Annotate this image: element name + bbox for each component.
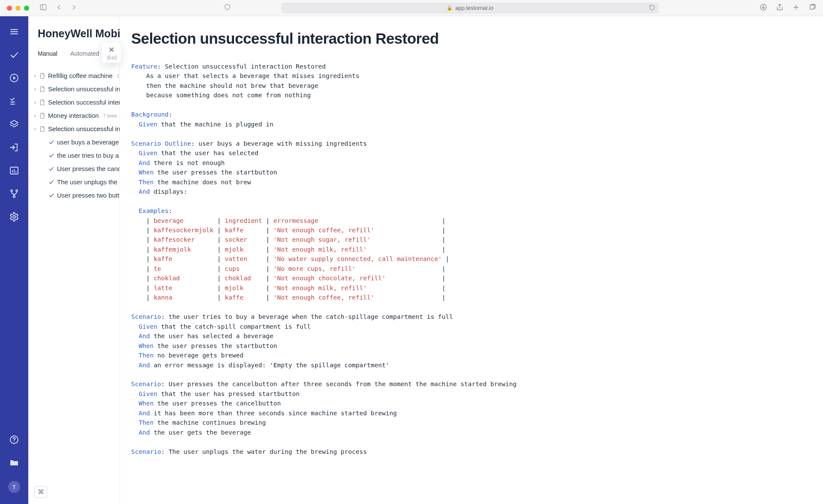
chevron-down-icon: › xyxy=(32,128,38,130)
main-content: Selection unsuccessful interaction Resto… xyxy=(120,16,823,504)
nav-branch-icon[interactable] xyxy=(9,189,19,199)
svg-marker-15 xyxy=(10,120,18,125)
download-icon[interactable] xyxy=(760,3,767,13)
chevron-right-icon: › xyxy=(34,86,36,92)
window-close-button[interactable] xyxy=(7,6,12,11)
tree-folder-label: Selection unsuccessful int xyxy=(48,125,120,132)
file-icon xyxy=(39,126,45,132)
chevron-right-icon: › xyxy=(34,73,36,79)
keyboard-shortcut-button[interactable]: ⌘ xyxy=(34,486,47,498)
sidebar: HoneyWell Mobile Manual Automated › Refi… xyxy=(28,16,120,504)
back-button[interactable] xyxy=(55,3,63,13)
nav-tests-icon[interactable] xyxy=(9,50,19,60)
chevron-right-icon: › xyxy=(34,113,36,119)
nav-layers-icon[interactable] xyxy=(9,119,19,129)
tree-test-label: The user unplugs the xyxy=(57,178,117,186)
check-icon xyxy=(48,139,54,145)
window-maximize-button[interactable] xyxy=(24,6,29,11)
tree-folder-label: Money interaction xyxy=(48,112,99,119)
tree-folder[interactable]: › Selection successful inter xyxy=(31,96,120,109)
address-bar[interactable]: 🔒 app.testomat.io xyxy=(282,3,659,14)
window-minimize-button[interactable] xyxy=(15,6,21,11)
sidebar-toggle-icon[interactable] xyxy=(39,3,47,13)
check-icon xyxy=(48,165,54,172)
svg-point-24 xyxy=(13,216,15,218)
check-icon xyxy=(48,152,54,159)
browser-chrome: 🔒 app.testomat.io xyxy=(0,0,823,16)
svg-rect-7 xyxy=(810,5,814,9)
lock-icon: 🔒 xyxy=(447,5,453,11)
tree-folder-label: Selection successful inter xyxy=(48,99,120,106)
check-icon xyxy=(48,192,54,198)
check-icon xyxy=(48,179,54,185)
forward-button[interactable] xyxy=(70,3,78,13)
tree-folder[interactable]: › Money interaction 7 tests xyxy=(31,109,120,122)
nav-runs-icon[interactable] xyxy=(9,73,19,83)
esc-hint: [Esc] xyxy=(107,55,116,60)
tree-test-label: user buys a beverage xyxy=(57,138,119,146)
browser-nav-controls xyxy=(39,3,78,13)
user-avatar[interactable]: T xyxy=(8,481,20,493)
tree-test-label: User presses two butt xyxy=(57,192,119,199)
tree-test-item[interactable]: the user tries to buy a xyxy=(31,149,120,162)
gherkin-source: Feature: Selection unsuccessful interact… xyxy=(131,62,797,456)
file-icon xyxy=(39,72,45,79)
tree-folder-label: Selection unsuccessful int xyxy=(48,85,120,93)
tree-folder[interactable]: › Selection unsuccessful int xyxy=(31,82,120,96)
nav-import-icon[interactable] xyxy=(9,142,19,153)
new-tab-icon[interactable] xyxy=(792,3,800,13)
svg-rect-0 xyxy=(40,5,46,10)
tab-manual[interactable]: Manual xyxy=(38,50,57,60)
tree-test-item[interactable]: User presses the canc xyxy=(31,162,120,175)
url-host: app.testomat.io xyxy=(455,5,493,11)
nav-analytics-icon[interactable] xyxy=(9,165,19,176)
tabs-overview-icon[interactable] xyxy=(808,3,816,13)
tree-folder-count: 1 t xyxy=(117,73,120,78)
file-icon xyxy=(39,86,45,93)
browser-right-controls xyxy=(760,3,816,13)
tree-test-label: User presses the canc xyxy=(57,165,120,172)
nav-settings-icon[interactable] xyxy=(9,212,19,222)
share-icon[interactable] xyxy=(776,3,784,13)
tab-automated[interactable]: Automated xyxy=(70,50,99,60)
nav-projects-icon[interactable] xyxy=(9,458,19,468)
tree-folder-label: Refillig coffee machine xyxy=(48,72,113,79)
tree-test-item[interactable]: The user unplugs the xyxy=(31,175,120,189)
nav-plans-icon[interactable] xyxy=(9,96,19,106)
tree-test-label: the user tries to buy a xyxy=(57,152,119,159)
close-popover[interactable]: ✕ [Esc] xyxy=(102,43,121,63)
tree-folder-count: 7 tests xyxy=(103,113,117,118)
close-icon: ✕ xyxy=(107,46,116,54)
shield-icon[interactable] xyxy=(224,3,231,12)
file-icon xyxy=(39,99,45,106)
tree-folder[interactable]: › Refillig coffee machine 1 t xyxy=(31,69,120,82)
tree-folder-expanded[interactable]: › Selection unsuccessful int xyxy=(31,122,120,135)
hamburger-icon[interactable] xyxy=(9,27,19,37)
traffic-lights xyxy=(7,6,29,11)
reload-icon[interactable] xyxy=(649,4,655,12)
page-title: Selection unsuccessful interaction Resto… xyxy=(131,30,797,47)
tree-test-item[interactable]: user buys a beverage xyxy=(31,135,120,149)
project-title: HoneyWell Mobile xyxy=(28,16,120,40)
file-icon xyxy=(39,112,45,119)
svg-marker-12 xyxy=(13,76,16,80)
chevron-right-icon: › xyxy=(34,99,36,105)
nav-help-icon[interactable] xyxy=(9,435,19,445)
tree-test-item[interactable]: User presses two butt xyxy=(31,189,120,202)
nav-rail: T xyxy=(0,16,28,504)
test-tree: › Refillig coffee machine 1 t › Selectio… xyxy=(28,65,120,202)
